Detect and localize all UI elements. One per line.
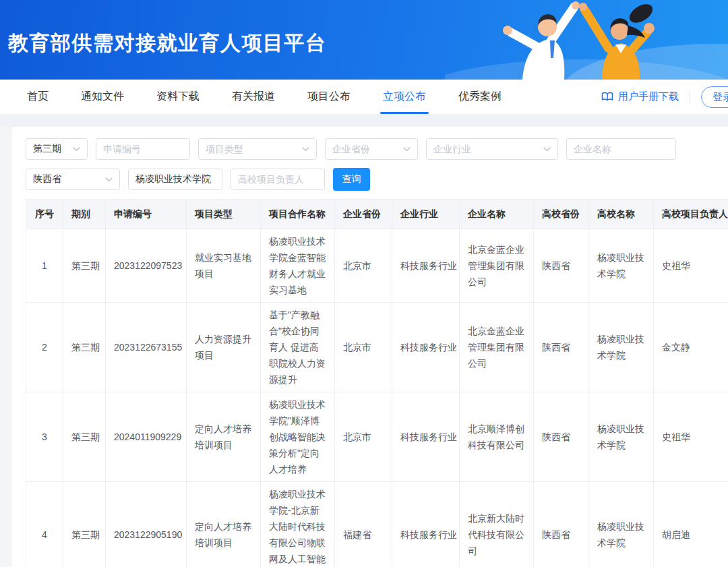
table-cell: 3 bbox=[26, 392, 63, 482]
school-name-input[interactable] bbox=[128, 169, 222, 190]
site-title: 教育部供需对接就业育人项目平台 bbox=[8, 30, 327, 57]
table-row: 1第三期2023122097523就业实习基地项目杨凌职业技术学院金蓝智能财务人… bbox=[26, 229, 728, 303]
column-header: 项目类型 bbox=[187, 200, 261, 229]
school-name-input-value[interactable] bbox=[135, 174, 215, 185]
table-cell: 杨凌职业技术学院 bbox=[589, 303, 654, 392]
nav-item-notices[interactable]: 通知文件 bbox=[81, 80, 124, 114]
chevron-down-icon bbox=[403, 147, 411, 152]
filter-row-2: 查询 bbox=[26, 168, 728, 191]
table-cell: 科技服务行业 bbox=[392, 482, 460, 567]
company-province-select-value[interactable] bbox=[332, 144, 399, 154]
table-cell: 北京市 bbox=[335, 303, 392, 392]
column-header: 申请编号 bbox=[106, 200, 187, 229]
table-cell: 第三期 bbox=[63, 392, 106, 482]
nav-item-home[interactable]: 首页 bbox=[27, 80, 49, 114]
results-table: 序号期别申请编号项目类型项目合作名称企业省份企业行业企业名称高校省份高校名称高校… bbox=[26, 199, 728, 567]
chevron-down-icon bbox=[302, 147, 309, 152]
table-row: 3第三期2024011909229定向人才培养培训项目杨凌职业技术学院"顺泽博创… bbox=[26, 392, 728, 482]
column-header: 期别 bbox=[63, 200, 106, 229]
table-cell: 第三期 bbox=[63, 482, 106, 567]
table-cell: 1 bbox=[26, 229, 63, 303]
apply-number-input[interactable] bbox=[96, 138, 190, 160]
period-select[interactable] bbox=[26, 138, 88, 160]
table-cell: 科技服务行业 bbox=[392, 229, 460, 303]
table-cell: 北京顺泽博创科技有限公司 bbox=[460, 392, 534, 482]
table-row: 2第三期2023122673155人力资源提升项目基于"产教融合"校企协同育人 … bbox=[26, 303, 728, 392]
company-name-input[interactable] bbox=[566, 138, 676, 160]
nav-item-cases[interactable]: 优秀案例 bbox=[458, 80, 502, 114]
table-cell: 福建省 bbox=[335, 482, 392, 567]
table-cell: 史祖华 bbox=[654, 229, 728, 303]
project-type-select[interactable] bbox=[198, 138, 317, 160]
table-cell: 北京市 bbox=[335, 229, 392, 303]
column-header: 企业行业 bbox=[392, 200, 460, 229]
table-cell: 陕西省 bbox=[534, 482, 589, 567]
table-cell: 2 bbox=[26, 303, 63, 392]
company-name-input-value[interactable] bbox=[574, 144, 669, 154]
content-card: 查询 序号期别申请编号项目类型项目合作名称企业省份企业行业企业名称高校省份高校名… bbox=[12, 127, 728, 567]
table-cell: 定向人才培养培训项目 bbox=[187, 482, 261, 567]
table-row: 4第三期2023122905190定向人才培养培训项目杨凌职业技术学院-北京新大… bbox=[26, 482, 728, 567]
book-icon bbox=[601, 92, 613, 102]
table-cell: 科技服务行业 bbox=[392, 392, 460, 482]
table-cell: 科技服务行业 bbox=[392, 303, 460, 392]
table-cell: 2023122097523 bbox=[106, 229, 187, 303]
table-cell: 陕西省 bbox=[534, 229, 589, 303]
company-industry-select-value[interactable] bbox=[433, 144, 539, 154]
table-cell: 杨凌职业技术学院 bbox=[589, 229, 654, 303]
period-select-value[interactable] bbox=[33, 144, 69, 154]
table-cell: 史祖华 bbox=[654, 392, 728, 482]
nav-right: 用户手册下载 登录 bbox=[601, 86, 728, 108]
column-header: 高校省份 bbox=[534, 200, 589, 229]
table-cell: 杨凌职业技术学院金蓝智能财务人才就业实习基地 bbox=[261, 229, 335, 303]
table-cell: 杨凌职业技术学院-北京新大陆时代科技有限公司物联网及人工智能方向人才培养 bbox=[261, 482, 335, 567]
chevron-down-icon bbox=[73, 147, 80, 152]
table-cell: 胡启迪 bbox=[654, 482, 728, 567]
table-cell: 北京新大陆时代科技有限公司 bbox=[460, 482, 534, 567]
column-header: 高校项目负责人 bbox=[654, 200, 728, 229]
apply-number-input-value[interactable] bbox=[103, 144, 183, 154]
table-cell: 定向人才培养培训项目 bbox=[187, 392, 261, 482]
nav-items: 首页通知文件资料下载有关报道项目公布立项公布优秀案例 bbox=[27, 80, 502, 114]
nav-item-reports[interactable]: 有关报道 bbox=[232, 80, 275, 114]
table-cell: 就业实习基地项目 bbox=[187, 229, 261, 303]
table-cell: 陕西省 bbox=[534, 392, 589, 482]
table-cell: 第三期 bbox=[63, 229, 106, 303]
school-province-select-value[interactable] bbox=[33, 174, 101, 185]
table-cell: 基于"产教融合"校企协同育人 促进高职院校人力资源提升 bbox=[261, 303, 335, 392]
table-cell: 2023122673155 bbox=[106, 303, 187, 392]
table-cell: 第三期 bbox=[63, 303, 106, 392]
login-button[interactable]: 登录 bbox=[701, 86, 728, 108]
table-cell: 2023122905190 bbox=[106, 482, 187, 567]
nav-item-downloads[interactable]: 资料下载 bbox=[156, 80, 200, 114]
project-type-select-value[interactable] bbox=[206, 144, 298, 154]
school-leader-input[interactable] bbox=[231, 169, 325, 190]
nav-divider bbox=[690, 91, 690, 103]
table-cell: 杨凌职业技术学院 bbox=[589, 392, 654, 482]
nav-item-projects[interactable]: 项目公布 bbox=[307, 80, 351, 114]
column-header: 序号 bbox=[26, 200, 63, 229]
chevron-down-icon bbox=[543, 147, 551, 152]
school-leader-input-value[interactable] bbox=[238, 174, 317, 185]
main-nav: 首页通知文件资料下载有关报道项目公布立项公布优秀案例 用户手册下载 登录 bbox=[0, 80, 728, 115]
table-cell: 4 bbox=[26, 482, 63, 567]
table-cell: 陕西省 bbox=[534, 303, 589, 392]
header-illustration bbox=[445, 0, 728, 80]
background-band bbox=[0, 115, 728, 127]
search-button[interactable]: 查询 bbox=[333, 168, 370, 191]
school-province-select[interactable] bbox=[26, 169, 120, 190]
column-header: 高校名称 bbox=[589, 200, 654, 229]
table-cell: 北京金蓝企业管理集团有限公司 bbox=[460, 303, 534, 392]
user-manual-link[interactable]: 用户手册下载 bbox=[601, 90, 679, 103]
site-header: 教育部供需对接就业育人项目平台 bbox=[0, 0, 728, 80]
table-cell: 2024011909229 bbox=[106, 392, 187, 482]
chevron-down-icon bbox=[105, 177, 113, 182]
column-header: 企业名称 bbox=[460, 200, 534, 229]
table-cell: 杨凌职业技术学院"顺泽博创战略智能决策分析"定向人才培养 bbox=[261, 392, 335, 482]
company-industry-select[interactable] bbox=[426, 138, 558, 160]
table-cell: 北京金蓝企业管理集团有限公司 bbox=[460, 229, 534, 303]
table-header-row: 序号期别申请编号项目类型项目合作名称企业省份企业行业企业名称高校省份高校名称高校… bbox=[26, 200, 728, 229]
column-header: 项目合作名称 bbox=[261, 200, 335, 229]
nav-item-approvals[interactable]: 立项公布 bbox=[383, 80, 426, 114]
company-province-select[interactable] bbox=[325, 138, 418, 160]
